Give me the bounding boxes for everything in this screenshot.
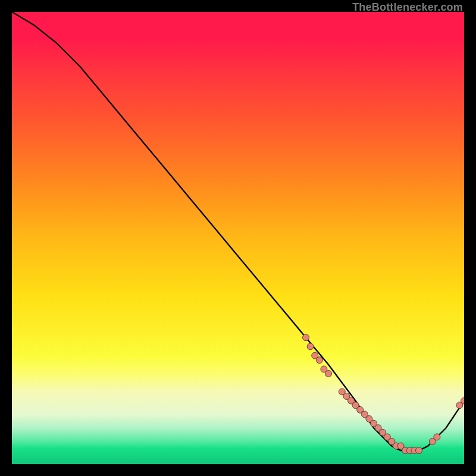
marker-point [307,343,314,350]
chart-frame: TheBottlenecker.com [12,12,464,464]
marker-point [316,357,322,364]
marker-point [434,434,440,440]
marker-point [416,447,422,454]
marker-point [303,334,309,341]
marker-points [303,334,465,454]
chart-overlay [12,12,464,464]
bottleneck-curve [12,12,464,450]
marker-point [325,371,332,377]
